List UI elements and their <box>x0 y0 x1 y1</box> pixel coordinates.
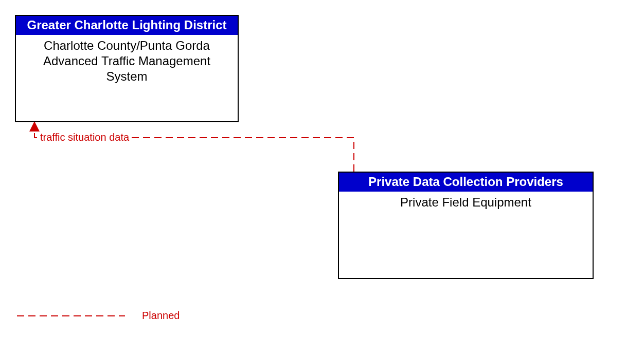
entity-body-right-line1: Private Field Equipment <box>344 195 587 210</box>
entity-body-right: Private Field Equipment <box>339 192 593 210</box>
entity-charlotte-atms: Greater Charlotte Lighting District Char… <box>15 15 239 122</box>
entity-body-left-line1: Charlotte County/Punta Gorda <box>21 38 232 53</box>
entity-body-left: Charlotte County/Punta Gorda Advanced Tr… <box>16 35 238 84</box>
entity-header-right: Private Data Collection Providers <box>339 173 593 192</box>
flow-label-traffic-situation: traffic situation data <box>39 132 130 143</box>
legend-label-planned: Planned <box>142 310 180 322</box>
entity-private-field-equipment: Private Data Collection Providers Privat… <box>338 172 594 279</box>
entity-header-left: Greater Charlotte Lighting District <box>16 16 238 35</box>
entity-body-left-line2: Advanced Traffic Management System <box>21 53 232 84</box>
